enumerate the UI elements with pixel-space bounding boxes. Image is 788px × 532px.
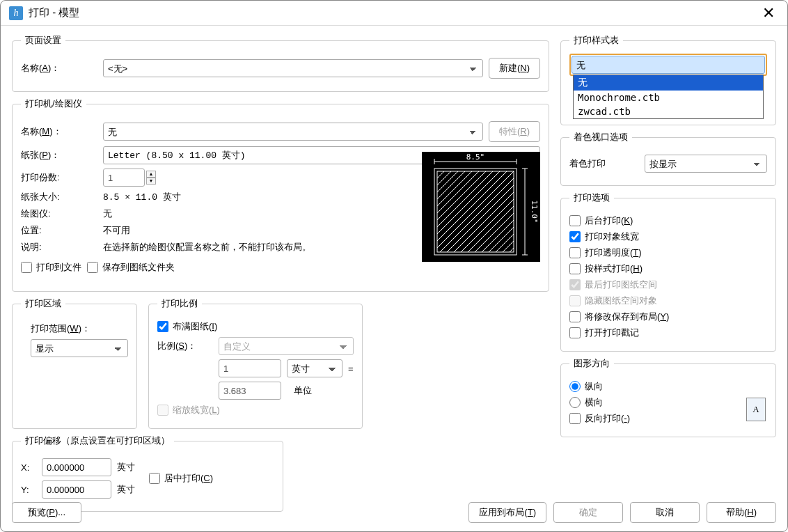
plot-options-legend: 打印选项	[569, 191, 614, 204]
scale-lineweight-check[interactable]: 缩放线宽(L)	[157, 404, 354, 416]
svg-text:11.0": 11.0"	[530, 200, 539, 223]
svg-rect-10	[437, 171, 514, 252]
plot-style-legend: 打印样式表	[569, 34, 623, 47]
equals-sign: =	[348, 363, 354, 374]
offset-x-unit: 英寸	[117, 461, 135, 474]
plotter-label: 绘图仪:	[21, 208, 97, 220]
copies-up[interactable]: ▲	[146, 171, 156, 178]
page-setup-group: 页面设置 名称(A)： <无> 新建(N)	[12, 34, 549, 92]
scale-denominator-input[interactable]	[219, 382, 281, 400]
scale-unit-label: 单位	[294, 384, 312, 397]
plot-trans-check[interactable]: 打印透明度(T)	[569, 247, 767, 259]
plot-style-group: 打印样式表 无 无 Monochrome.ctb zwcad.ctb	[560, 34, 776, 125]
landscape-radio[interactable]: 横向	[569, 396, 767, 409]
shaded-viewport-group: 着色视口选项 着色打印 按显示	[560, 131, 776, 186]
print-to-file-check[interactable]: 打印到文件	[21, 261, 81, 274]
paper-label: 纸张(P)：	[21, 149, 97, 162]
print-area-group: 打印区域 打印范围(W)： 显示	[12, 297, 137, 429]
bg-plot-check[interactable]: 后台打印(K)	[569, 214, 767, 227]
orientation-group: 图形方向 纵向 横向 反向打印(-) A	[560, 357, 776, 437]
plotter-value: 无	[103, 208, 112, 220]
scale-select[interactable]: 自定义	[219, 337, 354, 355]
save-to-folder-check[interactable]: 保存到图纸文件夹	[87, 261, 175, 274]
offset-x-label: X:	[21, 462, 36, 473]
location-value: 不可用	[103, 224, 130, 237]
printer-props-button[interactable]: 特性(R)	[489, 121, 540, 142]
offset-y-unit: 英寸	[117, 483, 135, 496]
shaded-label: 着色打印	[569, 157, 639, 170]
plot-style-select-wrapper: 无 无 Monochrome.ctb zwcad.ctb	[569, 54, 767, 76]
shaded-legend: 着色视口选项	[569, 131, 632, 143]
shaded-select[interactable]: 按显示	[645, 155, 767, 173]
print-range-label: 打印范围(W)：	[31, 322, 128, 335]
paper-preview: 8.5" 11.0"	[422, 152, 540, 262]
plot-stamp-check[interactable]: 打开打印戳记	[569, 327, 767, 339]
desc-value: 在选择新的绘图仪配置名称之前，不能打印该布局。	[103, 241, 311, 253]
print-range-select[interactable]: 显示	[31, 339, 128, 357]
papersize-label: 纸张大小:	[21, 191, 97, 203]
page-setup-legend: 页面设置	[21, 34, 65, 47]
save-layout-check[interactable]: 将修改保存到布局(Y)	[569, 311, 767, 323]
location-label: 位置:	[21, 224, 97, 237]
plot-lw-check[interactable]: 打印对象线宽	[569, 230, 767, 243]
offset-x-input[interactable]	[42, 458, 111, 476]
scale-unit-select[interactable]: 英寸	[287, 359, 342, 377]
offset-group: 打印偏移（原点设置在可打印区域） X: 英寸 Y: 英寸	[12, 435, 283, 512]
offset-legend: 打印偏移（原点设置在可打印区域）	[21, 435, 174, 447]
new-pagesetup-button[interactable]: 新建(N)	[489, 58, 540, 79]
apply-to-layout-button[interactable]: 应用到布局(T)	[468, 502, 546, 523]
print-scale-group: 打印比例 布满图纸(I) 比例(S)： 自定义 英寸 =	[148, 297, 363, 429]
printer-legend: 打印机/绘图仪	[21, 97, 86, 110]
plot-options-group: 打印选项 后台打印(K) 打印对象线宽 打印透明度(T) 按样式打印(H) 最后…	[560, 191, 776, 352]
offset-y-input[interactable]	[42, 480, 111, 499]
plot-style-option-none[interactable]: 无	[574, 75, 763, 91]
scale-label: 比例(S)：	[157, 340, 213, 352]
portrait-radio[interactable]: 纵向	[569, 380, 767, 393]
printer-name-select[interactable]: 无	[103, 123, 483, 141]
copies-down[interactable]: ▼	[146, 178, 156, 185]
plot-by-style-check[interactable]: 按样式打印(H)	[569, 263, 767, 275]
printer-name-label: 名称(M)：	[21, 125, 97, 138]
copies-input[interactable]	[103, 169, 145, 187]
pagesetup-name-select[interactable]: <无>	[103, 59, 483, 77]
scale-numerator-input[interactable]	[219, 359, 281, 377]
window-title: 打印 - 模型	[29, 6, 79, 19]
plot-style-option-zwcad[interactable]: zwcad.ctb	[574, 104, 763, 118]
hide-ps-check[interactable]: 隐藏图纸空间对象	[569, 295, 767, 307]
close-button[interactable]: ✕	[758, 4, 779, 22]
svg-text:8.5": 8.5"	[466, 152, 485, 162]
preview-button[interactable]: 预览(P)...	[12, 502, 81, 523]
print-area-legend: 打印区域	[21, 297, 65, 310]
pagesetup-name-label: 名称(A)：	[21, 62, 97, 75]
upside-down-check[interactable]: 反向打印(-)	[569, 412, 767, 425]
offset-y-label: Y:	[21, 485, 36, 495]
fit-to-paper-check[interactable]: 布满图纸(I)	[157, 320, 354, 333]
orientation-icon: A	[746, 398, 766, 421]
ok-button[interactable]: 确定	[553, 502, 623, 523]
center-plot-check[interactable]: 居中打印(C)	[149, 472, 213, 485]
printer-group: 打印机/绘图仪 名称(M)： 无 特性(R) 纸张(P)： Letter (8.…	[12, 97, 549, 292]
orientation-legend: 图形方向	[569, 357, 614, 370]
plot-style-dropdown-list: 无 Monochrome.ctb zwcad.ctb	[573, 75, 764, 119]
plot-style-option-monochrome[interactable]: Monochrome.ctb	[574, 91, 763, 104]
app-icon: h	[9, 6, 23, 20]
desc-label: 说明:	[21, 241, 97, 253]
papersize-value: 8.5 × 11.0 英寸	[103, 191, 181, 203]
plot-style-select[interactable]: 无	[572, 56, 765, 74]
cancel-button[interactable]: 取消	[630, 502, 700, 523]
copies-label: 打印份数:	[21, 171, 97, 184]
paperspace-last-check[interactable]: 最后打印图纸空间	[569, 279, 767, 291]
print-scale-legend: 打印比例	[157, 297, 202, 310]
help-button[interactable]: 帮助(H)	[707, 502, 776, 523]
